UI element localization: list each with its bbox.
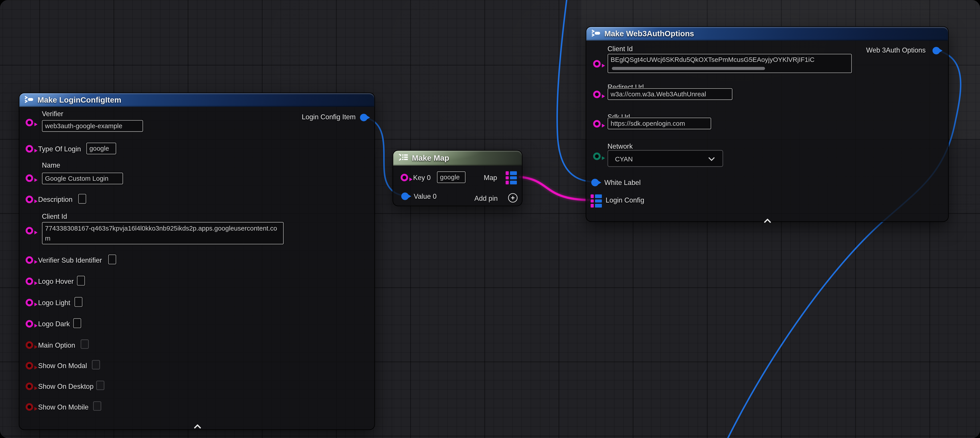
pin-label-type-of-login: Type Of Login: [38, 145, 81, 153]
pin-label-logo-light: Logo Light: [38, 299, 70, 307]
pin-logo-hover[interactable]: [25, 277, 33, 285]
logo-light-input[interactable]: [74, 297, 83, 307]
pin-main-option[interactable]: [25, 341, 33, 349]
pin-label-map-output: Map: [484, 174, 497, 182]
client-id-input[interactable]: BEglQSgt4cUWcj6SKRdu5QkOXTsePmMcusG5EAoy…: [608, 54, 852, 73]
pin-label-show-on-modal: Show On Modal: [38, 362, 87, 370]
pin-label-logo-dark: Logo Dark: [38, 320, 70, 328]
pin-label-login-config: Login Config: [606, 196, 644, 204]
logo-hover-input[interactable]: [77, 276, 85, 286]
pin-web3auth-options-output[interactable]: [932, 47, 940, 54]
collapse-chevron-icon[interactable]: [764, 214, 771, 226]
network-dropdown[interactable]: CYAN: [608, 150, 723, 167]
pin-client-id[interactable]: [593, 60, 601, 68]
pin-label-white-label: White Label: [605, 179, 641, 187]
pin-key-0[interactable]: [401, 174, 408, 182]
pin-type-of-login[interactable]: [25, 145, 33, 153]
node-title: Make Map: [412, 154, 449, 162]
pin-label-verifier: Verifier: [42, 110, 63, 118]
pin-label-client-id: Client Id: [608, 45, 633, 53]
client-id-input[interactable]: 774338308167-q463s7kpvja16l4l0kko3nb925i…: [42, 222, 284, 244]
node-make-loginconfigitem[interactable]: Make LoginConfigItem Verifier web3auth-g…: [19, 92, 375, 430]
pin-redirect-url[interactable]: [593, 91, 601, 98]
verifier-input[interactable]: web3auth-google-example: [42, 120, 143, 132]
pin-value-0[interactable]: [401, 193, 409, 200]
pin-label-value-0: Value 0: [414, 193, 437, 201]
logo-dark-input[interactable]: [73, 318, 81, 328]
node-header[interactable]: Make Web3AuthOptions: [586, 27, 948, 41]
pin-label-web3auth-options: Web 3Auth Options: [866, 46, 926, 54]
make-struct-icon: [591, 28, 601, 40]
pin-label-main-option: Main Option: [38, 341, 75, 350]
node-title: Make Web3AuthOptions: [605, 29, 694, 38]
node-title: Make LoginConfigItem: [38, 96, 121, 104]
pin-label-client-id: Client Id: [42, 213, 67, 221]
sdk-url-input[interactable]: https://sdk.openlogin.com: [608, 118, 711, 129]
pin-logo-dark[interactable]: [25, 320, 33, 328]
map-pin-icon-login-config[interactable]: [590, 194, 602, 207]
node-header[interactable]: Make LoginConfigItem: [19, 93, 374, 107]
add-pin-label: Add pin: [474, 194, 498, 202]
pin-show-on-desktop[interactable]: [25, 382, 33, 390]
pin-description[interactable]: [25, 196, 33, 203]
add-pin-icon[interactable]: +: [508, 193, 517, 202]
pin-name[interactable]: [25, 175, 33, 182]
pin-show-on-modal[interactable]: [25, 362, 33, 370]
key-0-input[interactable]: google: [437, 171, 466, 183]
pin-label-show-on-mobile: Show On Mobile: [38, 403, 89, 411]
node-header[interactable]: Make Map: [393, 151, 522, 166]
show-on-desktop-checkbox[interactable]: [96, 381, 105, 390]
redirect-url-input[interactable]: w3a://com.w3a.Web3AuthUnreal: [608, 88, 733, 100]
type-of-login-input[interactable]: google: [86, 142, 116, 154]
pin-label-verifier-sub-identifier: Verifier Sub Identifier: [38, 256, 102, 264]
pin-label-logo-hover: Logo Hover: [38, 277, 74, 286]
chevron-down-icon: [708, 157, 715, 161]
node-make-web3authoptions[interactable]: Make Web3AuthOptions Client Id BEglQSgt4…: [586, 26, 949, 222]
show-on-mobile-checkbox[interactable]: [93, 401, 101, 411]
pin-login-config-item-output[interactable]: [360, 114, 368, 121]
pin-label-login-config-item: Login Config Item: [302, 113, 356, 121]
pin-network[interactable]: [593, 153, 601, 160]
wire-map-to-loginconfig[interactable]: [519, 177, 590, 200]
show-on-modal-checkbox[interactable]: [92, 360, 100, 370]
pin-label-name: Name: [42, 161, 60, 170]
horizontal-scrollbar[interactable]: [612, 67, 765, 70]
map-pin-icon[interactable]: [506, 171, 517, 184]
make-map-icon: [398, 153, 408, 164]
pin-white-label[interactable]: [591, 179, 599, 186]
pin-label-key-0: Key 0: [413, 174, 431, 182]
pin-sdk-url[interactable]: [593, 120, 601, 127]
pin-verifier-sub-identifier[interactable]: [25, 256, 33, 264]
pin-label-show-on-desktop: Show On Desktop: [38, 382, 94, 391]
main-option-checkbox[interactable]: [81, 339, 89, 349]
pin-label-network: Network: [608, 142, 633, 151]
pin-logo-light[interactable]: [25, 299, 33, 306]
client-id-text: BEglQSgt4cUWcj6SKRdu5QkOXTsePmMcusG5EAoy…: [611, 56, 815, 63]
pin-show-on-mobile[interactable]: [25, 403, 33, 411]
pin-client-id[interactable]: [25, 227, 33, 234]
name-input[interactable]: Google Custom Login: [42, 172, 123, 184]
collapse-chevron-icon[interactable]: [194, 420, 201, 431]
network-selected-value: CYAN: [615, 154, 633, 162]
pin-label-description: Description: [38, 196, 73, 204]
verifier-sub-identifier-input[interactable]: [108, 254, 116, 264]
pin-verifier[interactable]: [25, 119, 33, 126]
description-input[interactable]: [78, 194, 86, 204]
blueprint-editor: Make LoginConfigItem Verifier web3auth-g…: [0, 0, 980, 438]
node-make-map[interactable]: Make Map Key 0 google Map Value 0 Add pi…: [393, 150, 522, 206]
make-struct-icon: [24, 94, 34, 106]
